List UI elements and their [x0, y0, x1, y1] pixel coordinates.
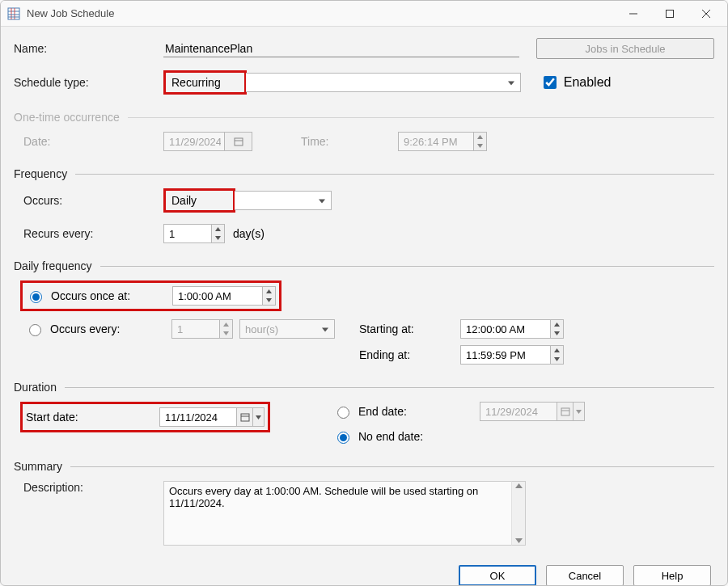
scroll-down-icon[interactable]	[515, 538, 523, 543]
recurs-every-label: Recurs every:	[14, 227, 163, 240]
spin-down-icon[interactable]	[551, 355, 563, 364]
days-label: day(s)	[233, 227, 265, 240]
starting-at-input[interactable]	[460, 319, 564, 339]
svg-rect-0	[8, 8, 19, 19]
enabled-label: Enabled	[564, 75, 612, 90]
titlebar: New Job Schedule	[1, 1, 727, 27]
svg-marker-17	[266, 298, 272, 302]
svg-rect-24	[241, 414, 249, 421]
svg-marker-18	[223, 323, 229, 327]
chevron-down-icon[interactable]	[252, 408, 264, 426]
ok-button[interactable]: OK	[459, 565, 536, 585]
one-time-group-header: One-time occurrence	[14, 111, 714, 124]
svg-marker-19	[223, 331, 229, 335]
occurs-once-time-input[interactable]	[172, 286, 276, 306]
schedule-icon	[7, 7, 20, 20]
end-date-radio[interactable]	[337, 407, 349, 419]
maximize-button[interactable]	[651, 2, 688, 26]
svg-rect-7	[666, 10, 673, 17]
spin-up-icon	[220, 320, 232, 329]
svg-marker-16	[266, 289, 272, 293]
cancel-button[interactable]: Cancel	[546, 565, 624, 585]
help-button[interactable]: Help	[633, 565, 711, 585]
schedule-type-highlight: Recurring	[163, 70, 247, 95]
starting-at-label: Starting at:	[359, 323, 460, 335]
one-time-date-label: Date:	[14, 135, 163, 148]
description-label: Description:	[14, 481, 163, 494]
scroll-up-icon[interactable]	[515, 483, 523, 488]
spin-up-icon[interactable]	[551, 346, 563, 355]
no-end-date-label: No end date:	[358, 430, 423, 443]
window-buttons	[615, 2, 724, 26]
svg-rect-10	[235, 138, 243, 145]
enabled-checkbox[interactable]	[544, 76, 557, 89]
svg-marker-12	[477, 135, 483, 139]
spin-up-icon[interactable]	[212, 225, 224, 234]
svg-rect-27	[561, 408, 569, 415]
occurs-highlight: Daily	[163, 188, 235, 213]
start-date-highlight: Start date:	[20, 402, 270, 432]
occurs-label: Occurs:	[14, 194, 163, 207]
ending-at-label: Ending at:	[359, 348, 460, 361]
minimize-button[interactable]	[615, 2, 651, 26]
svg-marker-23	[554, 357, 560, 361]
summary-group-header: Summary	[14, 460, 714, 473]
close-button[interactable]	[688, 2, 724, 26]
start-date-label: Start date:	[26, 411, 159, 424]
calendar-icon	[557, 403, 573, 420]
svg-marker-21	[554, 331, 560, 335]
occurs-every-radio[interactable]	[29, 324, 41, 336]
ending-at-input[interactable]	[460, 345, 564, 365]
occurs-selected: Daily	[167, 192, 232, 209]
spin-down-icon[interactable]	[212, 234, 224, 242]
spin-up-icon	[474, 133, 486, 141]
duration-group-header: Duration	[14, 381, 714, 394]
end-date-label: End date:	[358, 405, 480, 418]
no-end-date-radio[interactable]	[337, 432, 349, 444]
spin-down-icon	[474, 141, 486, 150]
svg-marker-14	[215, 227, 221, 231]
enabled-checkbox-wrap[interactable]: Enabled	[540, 74, 612, 91]
svg-marker-22	[554, 348, 560, 352]
svg-marker-30	[515, 483, 523, 488]
schedule-type-selected: Recurring	[167, 74, 243, 91]
spin-up-icon[interactable]	[551, 320, 563, 329]
svg-marker-26	[256, 415, 261, 419]
svg-marker-20	[554, 323, 560, 327]
daily-frequency-group-header: Daily frequency	[14, 259, 714, 272]
svg-marker-31	[515, 538, 523, 543]
calendar-icon[interactable]	[237, 408, 252, 426]
spin-up-icon[interactable]	[263, 287, 275, 296]
one-time-time-label: Time:	[301, 135, 398, 148]
schedule-type-select[interactable]	[246, 73, 521, 92]
svg-marker-13	[477, 144, 483, 148]
occurs-select[interactable]	[235, 191, 332, 210]
new-job-schedule-dialog: New Job Schedule Name: Jobs in Schedule …	[0, 0, 728, 586]
spin-down-icon[interactable]	[551, 329, 563, 338]
calendar-icon	[225, 133, 252, 150]
occurs-once-radio[interactable]	[30, 291, 42, 303]
name-input[interactable]	[163, 40, 519, 57]
occurs-once-label: Occurs once at:	[51, 289, 172, 302]
occurs-once-highlight: Occurs once at:	[20, 280, 281, 311]
frequency-group-header: Frequency	[14, 167, 714, 180]
chevron-down-icon	[573, 403, 584, 420]
schedule-type-label: Schedule type:	[14, 76, 163, 89]
occurs-every-label: Occurs every:	[50, 323, 171, 335]
occurs-every-unit-select	[239, 319, 335, 339]
spin-down-icon	[220, 329, 232, 338]
jobs-in-schedule-button: Jobs in Schedule	[536, 38, 714, 59]
description-scrollbar[interactable]	[511, 481, 526, 546]
window-title: New Job Schedule	[27, 7, 114, 19]
svg-marker-29	[576, 410, 582, 414]
description-textarea: Occurs every day at 1:00:00 AM. Schedule…	[163, 481, 511, 546]
spin-down-icon[interactable]	[263, 296, 275, 305]
svg-marker-15	[215, 236, 221, 240]
name-label: Name:	[14, 42, 163, 55]
